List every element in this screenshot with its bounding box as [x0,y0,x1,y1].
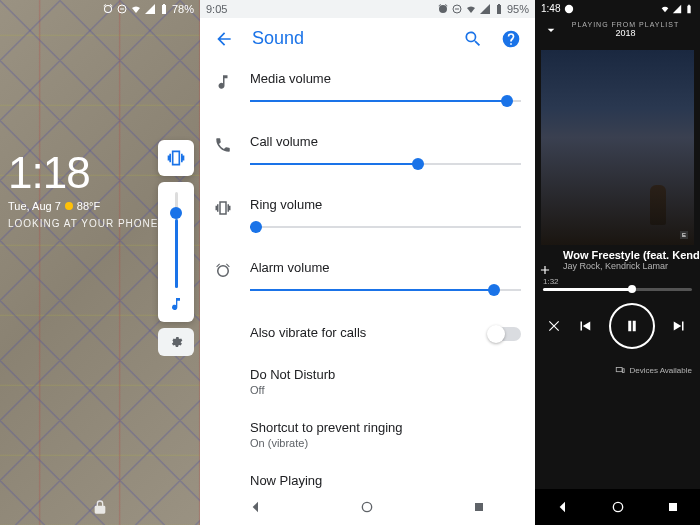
battery-icon [493,3,505,15]
page-title: Sound [252,28,445,49]
nav-home-icon[interactable] [610,499,626,515]
album-art: E [541,50,694,245]
dnd-icon [451,3,463,15]
alarm-volume-label: Alarm volume [250,260,521,275]
battery-icon [158,3,170,15]
vibrate-calls-label: Also vibrate for calls [250,325,489,340]
pause-icon [623,317,641,335]
svg-point-4 [565,4,573,12]
elapsed-time: 1:32 [543,277,692,286]
volume-settings-button[interactable] [158,328,194,356]
shortcut-label: Shortcut to prevent ringing [250,420,521,435]
lockscreen: 78% 1:18 Tue, Aug 7 88°F LOOKING AT YOUR… [0,0,200,525]
context-label: PLAYING FROM PLAYLIST 2018 [559,21,692,38]
ring-volume-slider[interactable] [250,218,521,236]
next-icon[interactable] [670,317,688,335]
media-volume-label: Media volume [250,71,521,86]
alarm-volume-row: Alarm volume [214,248,535,311]
call-volume-slider[interactable] [250,155,521,173]
volume-slider[interactable] [175,192,178,288]
svg-rect-3 [475,503,483,511]
search-icon[interactable] [463,29,483,49]
context-name: 2018 [559,28,692,38]
music-player: 1:48 PLAYING FROM PLAYLIST 2018 E Wow Fr… [535,0,700,525]
media-volume-row: Media volume [214,59,535,122]
battery-icon [684,4,694,14]
phone-icon [214,136,232,154]
alarm-volume-slider[interactable] [250,281,521,299]
dnd-icon [116,3,128,15]
alarm-icon [437,3,449,15]
context-type: PLAYING FROM PLAYLIST [559,21,692,28]
svg-rect-8 [669,503,677,511]
devices-icon [615,365,625,375]
status-time: 9:05 [206,3,435,15]
gear-icon [169,335,183,349]
sun-icon [65,202,73,210]
lock-indicator[interactable] [0,499,200,515]
status-bar: 1:48 [535,0,700,17]
devices-row[interactable]: Devices Available [535,361,700,379]
alarm-icon [214,262,232,280]
previous-icon[interactable] [576,317,594,335]
devices-label: Devices Available [629,366,692,375]
play-pause-button[interactable] [609,303,655,349]
vibrate-calls-row[interactable]: Also vibrate for calls [214,311,535,355]
volume-panel [158,140,194,356]
svg-point-7 [613,502,622,511]
playback-controls [535,291,700,361]
track-artist: Jay Rock, Kendrick Lamar [563,261,692,271]
lock-date: Tue, Aug 7 [8,200,61,212]
progress-bar[interactable] [543,288,692,291]
call-volume-label: Call volume [250,134,521,149]
vibrate-icon [166,148,186,168]
nav-back-icon[interactable] [555,499,571,515]
svg-point-2 [363,502,372,511]
add-button[interactable] [535,260,555,280]
settings-list: Media volume Call volume Ring volume Ala… [200,59,535,514]
nav-back-icon[interactable] [248,499,264,515]
shortcut-row[interactable]: Shortcut to prevent ringing On (vibrate) [214,408,535,461]
now-playing-header: PLAYING FROM PLAYLIST 2018 [535,17,700,42]
media-volume-slider[interactable] [250,92,521,110]
dnd-sub: Off [250,384,521,396]
now-playing-label: Now Playing [250,473,521,488]
nav-bar [200,489,535,525]
svg-rect-5 [617,368,623,372]
progress-section: 1:32 [535,271,700,291]
nav-home-icon[interactable] [359,499,375,515]
dnd-label: Do Not Disturb [250,367,521,382]
ring-volume-label: Ring volume [250,197,521,212]
lock-icon [92,499,108,515]
status-bar: 78% [0,0,200,18]
status-bar: 9:05 95% [200,0,535,18]
shortcut-sub: On (vibrate) [250,437,521,449]
signal-icon [479,3,491,15]
help-icon[interactable] [501,29,521,49]
ringer-mode-button[interactable] [158,140,194,176]
signal-icon [144,3,156,15]
back-icon[interactable] [214,29,234,49]
alarm-icon [102,3,114,15]
vibrate-icon [214,199,232,217]
status-time: 1:48 [541,3,560,14]
track-title: Wow Freestyle (feat. Kendrick Lamar) [563,249,692,261]
signal-icon [672,4,682,14]
chevron-down-icon[interactable] [543,22,559,38]
music-note-icon [214,73,232,91]
lock-temp: 88°F [77,200,100,212]
nav-recent-icon[interactable] [665,499,681,515]
spotify-icon [564,4,574,14]
ring-volume-row: Ring volume [214,185,535,248]
nav-bar [535,489,700,525]
wifi-icon [660,4,670,14]
nav-recent-icon[interactable] [471,499,487,515]
battery-pct: 78% [172,3,194,15]
svg-rect-6 [623,369,625,373]
wifi-icon [130,3,142,15]
dnd-row[interactable]: Do Not Disturb Off [214,355,535,408]
vibrate-calls-toggle[interactable] [489,327,521,341]
shuffle-icon[interactable] [547,319,561,333]
plus-icon [538,263,552,277]
battery-pct: 95% [507,3,529,15]
